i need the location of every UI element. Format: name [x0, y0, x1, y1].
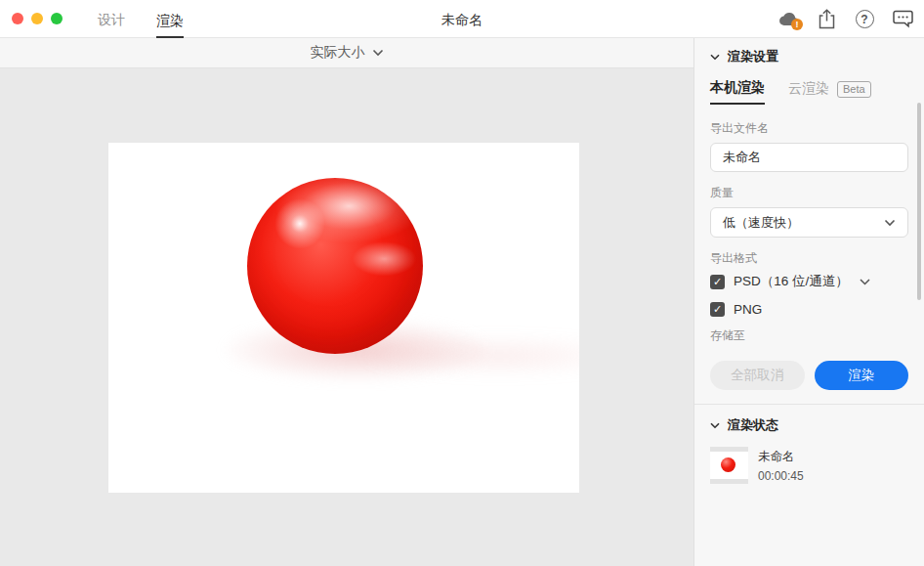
- render-settings-title: 渲染设置: [728, 48, 778, 65]
- zoom-level-dropdown[interactable]: 实际大小: [311, 44, 384, 62]
- red-sphere: [247, 178, 423, 354]
- cloud-sync-icon[interactable]: !: [777, 8, 800, 31]
- render-button[interactable]: 渲染: [815, 361, 909, 390]
- quality-label: 质量: [710, 185, 908, 201]
- zoom-level-label: 实际大小: [311, 44, 365, 62]
- render-job-duration: 00:00:45: [758, 469, 804, 483]
- mode-tabs: 设计 渲染: [98, 0, 184, 38]
- save-to-label: 存储至: [710, 327, 908, 344]
- chevron-down-icon: [884, 219, 896, 227]
- window-controls: [12, 13, 63, 24]
- psd-option-row: ✓ PSD（16 位/通道）: [710, 273, 908, 290]
- question-mark-glyph: ?: [856, 10, 874, 28]
- quality-select[interactable]: 低（速度快）: [710, 207, 908, 238]
- render-status-title: 渲染状态: [728, 416, 778, 434]
- panel-scrollbar[interactable]: [917, 103, 921, 300]
- render-job-thumbnail: [710, 447, 748, 484]
- export-format-label: 导出格式: [710, 250, 908, 267]
- share-icon[interactable]: [815, 8, 838, 31]
- render-status-section: 渲染状态 未命名 00:00:45: [710, 405, 908, 484]
- psd-expand-chevron-icon[interactable]: [860, 279, 870, 285]
- app-window: 设计 渲染 未命名 ! ?: [0, 0, 924, 566]
- render-job-name: 未命名: [758, 449, 804, 465]
- render-settings-header[interactable]: 渲染设置: [710, 48, 908, 65]
- collapse-chevron-icon: [710, 422, 720, 429]
- beta-badge: Beta: [837, 81, 871, 98]
- rendered-image: [108, 143, 579, 493]
- cancel-all-button[interactable]: 全部取消: [710, 361, 805, 390]
- render-settings-panel: 渲染设置 本机渲染 云渲染 Beta 导出文件名 质量 低（速度快） 导出格式 …: [693, 38, 924, 566]
- tab-render[interactable]: 渲染: [156, 0, 184, 38]
- help-icon[interactable]: ?: [853, 8, 876, 31]
- png-option-label: PNG: [734, 302, 762, 317]
- close-window-button[interactable]: [12, 13, 23, 24]
- render-status-header[interactable]: 渲染状态: [710, 416, 908, 434]
- render-job-item[interactable]: 未命名 00:00:45: [710, 447, 908, 484]
- fullscreen-window-button[interactable]: [51, 13, 63, 24]
- tab-design[interactable]: 设计: [98, 0, 125, 38]
- quality-value: 低（速度快）: [723, 214, 799, 232]
- cloud-render-label: 云渲染: [788, 80, 829, 98]
- feedback-chat-icon[interactable]: [891, 8, 914, 31]
- action-buttons: 全部取消 渲染: [710, 361, 908, 390]
- thumbnail-sphere: [721, 457, 735, 472]
- sync-alert-badge: !: [791, 19, 803, 30]
- filename-label: 导出文件名: [710, 120, 908, 137]
- tab-local-render[interactable]: 本机渲染: [710, 79, 765, 105]
- filename-input[interactable]: [710, 143, 908, 172]
- render-job-meta: 未命名 00:00:45: [758, 447, 804, 484]
- render-mode-tabs: 本机渲染 云渲染 Beta: [710, 79, 908, 105]
- titlebar-actions: ! ?: [777, 0, 914, 38]
- collapse-chevron-icon: [710, 54, 720, 61]
- psd-checkbox[interactable]: ✓: [710, 275, 725, 289]
- png-option-row: ✓ PNG: [710, 300, 908, 318]
- render-canvas: [0, 68, 693, 566]
- png-checkbox[interactable]: ✓: [710, 302, 725, 317]
- chevron-down-icon: [372, 49, 384, 57]
- tab-cloud-render[interactable]: 云渲染 Beta: [788, 80, 871, 104]
- document-title: 未命名: [441, 0, 483, 38]
- view-toolbar: 实际大小: [0, 38, 693, 68]
- psd-option-label: PSD（16 位/通道）: [734, 273, 849, 290]
- minimize-window-button[interactable]: [31, 13, 43, 24]
- titlebar: 设计 渲染 未命名 ! ?: [0, 0, 924, 38]
